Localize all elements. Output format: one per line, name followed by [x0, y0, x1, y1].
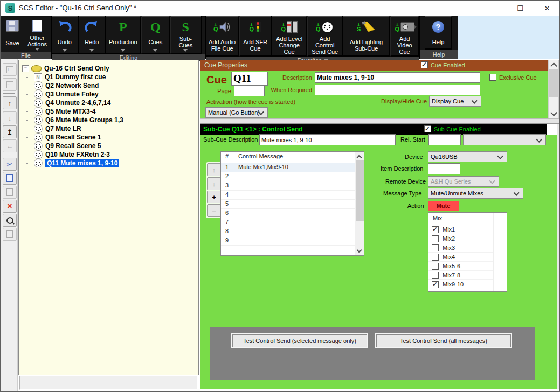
- move-cue-button[interactable]: [3, 228, 17, 241]
- mix-row[interactable]: Mix4: [428, 252, 493, 262]
- mix-row[interactable]: Mix9-10: [428, 279, 493, 289]
- tree-item-q11-selected[interactable]: Q11 Mute mixes 1, 9-10: [26, 159, 119, 167]
- copy-button[interactable]: [3, 172, 17, 185]
- test-control-send-all-button[interactable]: Test Control Send (all messages): [376, 334, 511, 347]
- mix-row[interactable]: Mix1: [428, 225, 493, 234]
- test-control-send-selected-button[interactable]: Test Control Send (selected message only…: [232, 334, 367, 347]
- tree-item-q5[interactable]: Q5 Mute MTX3-4: [26, 107, 95, 116]
- table-row[interactable]: 1Mute Mix1,Mix9-10: [221, 163, 355, 172]
- subcue-enabled-label: Sub-Cue Enabled: [434, 126, 481, 132]
- mix9-10-checkbox[interactable]: [432, 281, 439, 288]
- tree-item-root[interactable]: − Qu-16 Ctrl Send Only: [22, 64, 109, 73]
- document-icon: [32, 17, 42, 34]
- message-add-button[interactable]: +: [207, 191, 221, 204]
- redo-button[interactable]: Redo: [79, 16, 106, 54]
- other-actions-button[interactable]: Other Actions: [24, 16, 50, 52]
- table-row[interactable]: 9: [221, 236, 355, 246]
- add-node-button[interactable]: +: [3, 63, 17, 76]
- add-lighting-sub-cue-button[interactable]: +S Add Lighting Sub-Cue: [343, 16, 390, 57]
- mix-row[interactable]: Mix5-6: [428, 261, 493, 271]
- tree-item-q6[interactable]: Q6 Mute Mute Groups 1,3: [26, 116, 123, 124]
- mix-row[interactable]: Mix7-8: [428, 270, 493, 280]
- scroll-up-icon[interactable]: [355, 152, 363, 160]
- tree-item-q3[interactable]: Q3 Unmute Foley: [26, 90, 99, 99]
- table-row[interactable]: 4: [221, 190, 355, 200]
- mix1-checkbox[interactable]: [432, 226, 439, 233]
- collapse-icon[interactable]: −: [22, 65, 29, 72]
- scroll-down-icon[interactable]: [355, 247, 363, 255]
- move-down-button[interactable]: ↓: [3, 111, 17, 124]
- panel-splitter[interactable]: [200, 118, 559, 124]
- message-remove-button[interactable]: −: [207, 204, 221, 217]
- tree-item-q9[interactable]: Q9 Recall Scene 5: [26, 142, 101, 150]
- display-hide-dropdown[interactable]: Display Cue: [429, 96, 481, 107]
- undo-button[interactable]: Undo: [52, 16, 79, 54]
- subcue-enabled-checkbox[interactable]: [424, 125, 431, 132]
- mix3-checkbox[interactable]: [432, 244, 439, 251]
- action-mute-button[interactable]: Mute: [428, 201, 459, 211]
- cue-id-input[interactable]: [231, 72, 268, 86]
- when-required-input[interactable]: [315, 85, 480, 95]
- sub-cues-button[interactable]: S Sub-Cues: [170, 16, 202, 54]
- table-scrollbar[interactable]: [355, 152, 364, 255]
- table-row[interactable]: 3: [221, 181, 355, 191]
- device-dropdown[interactable]: Qu16USB: [428, 151, 507, 162]
- add-level-change-cue-button[interactable]: +Q Add Level Change Cue: [272, 16, 307, 57]
- table-row[interactable]: 6: [221, 208, 355, 218]
- scroll-up-icon[interactable]: [549, 60, 558, 69]
- cue-properties-scrollbar[interactable]: [548, 60, 559, 118]
- save-button[interactable]: Save: [1, 16, 24, 52]
- tree-item-q10[interactable]: Q10 Mute FXRetn 2-3: [26, 150, 110, 159]
- mix-row[interactable]: Mix3: [428, 243, 493, 253]
- cue-enabled-checkbox[interactable]: [421, 61, 428, 68]
- exclusive-cue-checkbox[interactable]: [489, 74, 496, 81]
- delete-button[interactable]: ×: [3, 200, 17, 213]
- table-row[interactable]: 2: [221, 172, 355, 181]
- table-row[interactable]: 5: [221, 199, 355, 209]
- mix5-6-checkbox[interactable]: [432, 263, 439, 270]
- tree-item-q1[interactable]: NQ1 Dummy first cue: [26, 73, 106, 81]
- subcue-description-input[interactable]: [259, 134, 396, 145]
- tree-item-q4[interactable]: Q4 Unmute 2-4,6,7,14: [26, 99, 110, 107]
- mix4-checkbox[interactable]: [432, 254, 439, 261]
- description-input[interactable]: [315, 72, 480, 83]
- maximize-button[interactable]: ☐: [508, 1, 532, 16]
- cues-button[interactable]: Q Cues: [141, 16, 170, 54]
- tree-item-q7[interactable]: Q7 Mute LR: [26, 124, 81, 133]
- add-control-send-cue-button[interactable]: +Q Add Control Send Cue: [307, 16, 343, 57]
- production-button[interactable]: P Production: [106, 16, 141, 54]
- message-type-label: Message Type: [383, 190, 421, 197]
- message-up-button[interactable]: ↑: [207, 163, 221, 176]
- add-audio-file-cue-button[interactable]: +Q Add Audio File Cue: [206, 16, 239, 57]
- message-down-button[interactable]: ↓: [207, 177, 221, 190]
- move-left-button[interactable]: ←: [3, 139, 17, 152]
- rel-start-input[interactable]: [428, 134, 461, 145]
- move-to-top-button[interactable]: ↥: [3, 125, 17, 138]
- activation-dropdown[interactable]: Manual (Go Button): [205, 107, 268, 118]
- paste-button[interactable]: [3, 186, 17, 199]
- remove-node-button[interactable]: −: [3, 78, 17, 91]
- add-sfr-cue-button[interactable]: +Q Add SFR Cue: [239, 16, 272, 57]
- search-button[interactable]: [3, 214, 17, 227]
- col-header-message: Control Message: [238, 153, 283, 159]
- tree-item-q8[interactable]: Q8 Recall Scene 1: [26, 133, 101, 142]
- item-description-input[interactable]: [428, 163, 460, 174]
- page-input[interactable]: [234, 85, 265, 96]
- scrollbar-thumb[interactable]: [549, 69, 558, 97]
- scrollbar-thumb[interactable]: [356, 160, 364, 221]
- minimize-button[interactable]: –: [471, 1, 494, 16]
- mix7-8-checkbox[interactable]: [432, 272, 439, 279]
- mix2-checkbox[interactable]: [432, 235, 439, 242]
- table-row[interactable]: 8: [221, 227, 355, 236]
- move-up-button[interactable]: ↑: [3, 96, 17, 109]
- help-button[interactable]: ? Help: [425, 16, 452, 50]
- table-row[interactable]: 7: [221, 218, 355, 227]
- mix-row[interactable]: Mix2: [428, 234, 493, 243]
- scroll-down-icon[interactable]: [549, 109, 558, 118]
- cut-button[interactable]: ✂: [3, 158, 17, 171]
- close-button[interactable]: ✕: [535, 1, 559, 16]
- message-type-dropdown[interactable]: Mute/Unmute Mixes: [428, 188, 523, 199]
- rel-start-dropdown[interactable]: [463, 134, 546, 145]
- add-video-cue-button[interactable]: +Q Add Video Cue: [390, 16, 419, 57]
- tree-item-q2[interactable]: Q2 Network Send: [26, 81, 99, 90]
